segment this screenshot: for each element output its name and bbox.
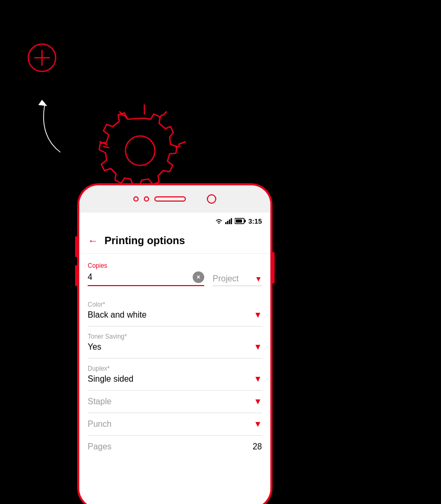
svg-rect-19 bbox=[230, 218, 232, 225]
copies-project-row: Copies × Project ▼ bbox=[88, 262, 262, 286]
pages-value: 28 bbox=[253, 442, 262, 452]
svg-rect-17 bbox=[227, 221, 228, 225]
copies-label: Copies bbox=[88, 262, 204, 269]
svg-point-15 bbox=[218, 223, 219, 224]
phone-speaker-pill bbox=[154, 196, 186, 202]
pages-label: Pages bbox=[88, 442, 111, 452]
staple-value: Staple bbox=[88, 397, 111, 406]
app-header: ← Printing options bbox=[79, 229, 270, 254]
color-arrow-icon: ▼ bbox=[254, 310, 262, 320]
duplex-label: Duplex* bbox=[88, 365, 262, 372]
phone-top-bar bbox=[79, 185, 270, 213]
signal-icon bbox=[225, 218, 233, 224]
toner-label: Toner Saving* bbox=[88, 333, 262, 340]
status-time: 3:15 bbox=[248, 217, 262, 225]
wifi-icon bbox=[215, 218, 223, 224]
punch-row: Punch ▼ bbox=[88, 419, 262, 429]
svg-marker-3 bbox=[38, 100, 47, 106]
svg-line-8 bbox=[178, 142, 185, 144]
punch-arrow-icon: ▼ bbox=[254, 419, 262, 429]
project-value: Project bbox=[213, 274, 239, 284]
punch-value: Punch bbox=[88, 419, 111, 429]
project-arrow-icon: ▼ bbox=[255, 275, 262, 283]
staple-field[interactable]: Staple ▼ bbox=[88, 391, 262, 413]
color-value: Black and white bbox=[88, 310, 146, 320]
staple-row: Staple ▼ bbox=[88, 397, 262, 406]
plus-icon bbox=[26, 42, 58, 74]
duplex-row: Single sided ▼ bbox=[88, 374, 262, 384]
svg-rect-18 bbox=[229, 219, 230, 224]
phone-speaker-dot-2 bbox=[144, 196, 149, 202]
svg-rect-22 bbox=[236, 219, 242, 223]
toner-saving-field[interactable]: Toner Saving* Yes ▼ bbox=[88, 327, 262, 359]
toner-value: Yes bbox=[88, 342, 101, 352]
color-field[interactable]: Color* Black and white ▼ bbox=[88, 295, 262, 327]
svg-rect-16 bbox=[225, 222, 227, 224]
duplex-value: Single sided bbox=[88, 374, 133, 384]
svg-rect-21 bbox=[244, 220, 246, 223]
duplex-field[interactable]: Duplex* Single sided ▼ bbox=[88, 359, 262, 391]
arrow-decoration bbox=[29, 94, 71, 158]
svg-point-14 bbox=[125, 136, 155, 165]
clear-copies-button[interactable]: × bbox=[193, 271, 204, 283]
back-button[interactable]: ← bbox=[88, 235, 98, 247]
toner-row: Yes ▼ bbox=[88, 342, 262, 352]
copies-field: Copies × bbox=[88, 262, 204, 286]
phone-speaker-dot-1 bbox=[133, 196, 139, 202]
svg-line-6 bbox=[163, 112, 166, 116]
clear-icon: × bbox=[196, 274, 200, 281]
status-bar: 3:15 bbox=[79, 213, 270, 229]
svg-line-13 bbox=[103, 146, 109, 148]
project-dropdown[interactable]: Project ▼ bbox=[213, 274, 262, 286]
battery-icon bbox=[235, 218, 246, 224]
phone-side-button-power bbox=[272, 252, 275, 284]
phone-camera bbox=[207, 194, 216, 204]
color-label: Color* bbox=[88, 301, 262, 308]
pages-row: Pages 28 bbox=[88, 436, 262, 454]
phone-screen: 3:15 ← Printing options Copies bbox=[79, 213, 270, 504]
punch-field[interactable]: Punch ▼ bbox=[88, 413, 262, 436]
phone-side-button-1 bbox=[75, 236, 77, 257]
status-icons: 3:15 bbox=[215, 217, 262, 225]
page-title: Printing options bbox=[104, 235, 185, 247]
phone-device: 3:15 ← Printing options Copies bbox=[78, 184, 272, 504]
copies-input[interactable] bbox=[88, 272, 193, 282]
staple-arrow-icon: ▼ bbox=[254, 397, 262, 406]
color-row: Black and white ▼ bbox=[88, 310, 262, 320]
duplex-arrow-icon: ▼ bbox=[254, 374, 262, 384]
form-content: Copies × Project ▼ bbox=[79, 254, 270, 462]
phone-side-button-2 bbox=[75, 265, 77, 286]
copies-input-row: × bbox=[88, 271, 204, 286]
toner-arrow-icon: ▼ bbox=[254, 342, 262, 352]
